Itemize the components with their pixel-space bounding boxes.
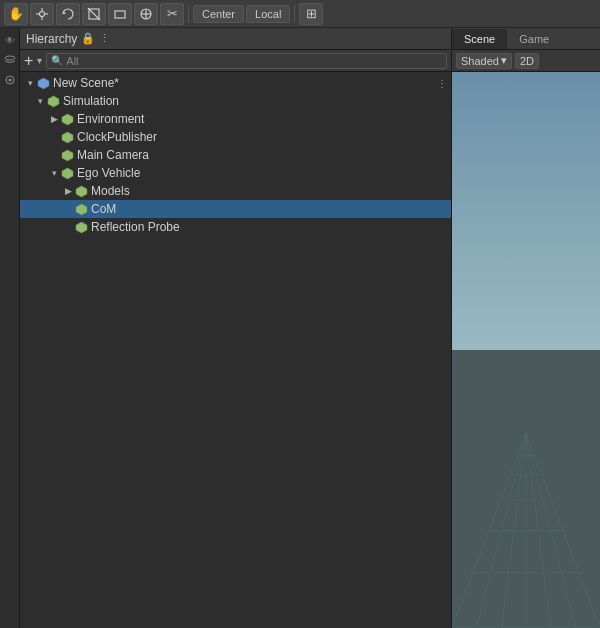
- arrow-ego-vehicle[interactable]: ▾: [48, 164, 60, 182]
- tree-item-models[interactable]: ▶ Models: [20, 182, 451, 200]
- tree-item-environment[interactable]: ▶ Environment: [20, 110, 451, 128]
- sep1: [188, 5, 189, 23]
- space-group: Local: [246, 5, 290, 23]
- shaded-label: Shaded: [461, 55, 499, 67]
- com-label: CoM: [91, 202, 116, 216]
- transform-tool-icon[interactable]: [134, 3, 158, 25]
- svg-point-13: [8, 79, 11, 82]
- filter-icon[interactable]: [2, 72, 18, 88]
- hand-tool-icon[interactable]: ✋: [4, 3, 28, 25]
- tree-item-new-scene[interactable]: ▾ New Scene* ⋮: [20, 74, 451, 92]
- ego-vehicle-icon: [60, 166, 74, 180]
- tree-item-main-camera[interactable]: ▶ Main Camera: [20, 146, 451, 164]
- scene-tabs: Scene Game: [452, 28, 600, 50]
- panels-row: 👁 Hierarchy 🔒 ⋮ + ▾ 🔍 Al: [0, 28, 600, 628]
- svg-marker-17: [62, 132, 73, 143]
- environment-icon: [60, 112, 74, 126]
- scene-toolbar: Shaded ▾ 2D: [452, 50, 600, 72]
- rect-tool-icon[interactable]: [108, 3, 132, 25]
- local-button[interactable]: Local: [247, 6, 289, 22]
- hierarchy-lock-icon[interactable]: 🔒: [81, 32, 95, 45]
- sep2: [294, 5, 295, 23]
- add-dropdown-arrow[interactable]: ▾: [37, 55, 42, 66]
- rotate-tool-icon[interactable]: [56, 3, 80, 25]
- scene-panel: Scene Game Shaded ▾ 2D: [452, 28, 600, 628]
- main-toolbar: ✋ ✂ Center: [0, 0, 600, 28]
- clock-publisher-label: ClockPublisher: [77, 130, 157, 144]
- tree-item-clock-publisher[interactable]: ▶ ClockPublisher: [20, 128, 451, 146]
- tree-item-simulation[interactable]: ▾ Simulation: [20, 92, 451, 110]
- pivot-group: Center: [193, 5, 244, 23]
- reflection-probe-label: Reflection Probe: [91, 220, 180, 234]
- hierarchy-tree: ▾ New Scene* ⋮ ▾ Simulation: [20, 72, 451, 628]
- svg-point-0: [40, 11, 45, 16]
- add-object-button[interactable]: +: [24, 53, 33, 69]
- svg-rect-7: [115, 11, 125, 18]
- shaded-dropdown-arrow: ▾: [501, 54, 507, 67]
- center-button[interactable]: Center: [194, 6, 243, 22]
- search-placeholder: All: [66, 55, 78, 67]
- hierarchy-title: Hierarchy: [26, 32, 77, 46]
- models-label: Models: [91, 184, 130, 198]
- layer-icon[interactable]: [2, 52, 18, 68]
- svg-marker-19: [62, 168, 73, 179]
- reflection-probe-icon: [74, 220, 88, 234]
- hierarchy-toolbar: + ▾ 🔍 All: [20, 50, 451, 72]
- environment-label: Environment: [77, 112, 144, 126]
- svg-marker-14: [38, 78, 49, 89]
- two-d-button[interactable]: 2D: [515, 53, 539, 69]
- svg-marker-22: [76, 222, 87, 233]
- hierarchy-header: Hierarchy 🔒 ⋮: [20, 28, 451, 50]
- svg-marker-20: [76, 186, 87, 197]
- hierarchy-more-icon[interactable]: ⋮: [99, 32, 110, 45]
- arrow-simulation[interactable]: ▾: [34, 92, 46, 110]
- scene-icon: [36, 76, 50, 90]
- svg-marker-21: [76, 204, 87, 215]
- arrow-environment[interactable]: ▶: [48, 110, 60, 128]
- arrow-new-scene[interactable]: ▾: [24, 74, 36, 92]
- arrow-models[interactable]: ▶: [62, 182, 74, 200]
- search-icon: 🔍: [51, 55, 63, 66]
- models-icon: [74, 184, 88, 198]
- grid-overlay: [452, 350, 600, 628]
- tree-item-com[interactable]: ▶ CoM: [20, 200, 451, 218]
- ego-vehicle-label: Ego Vehicle: [77, 166, 140, 180]
- left-icon-bar: 👁: [0, 28, 20, 628]
- sky-background: [452, 72, 600, 378]
- hierarchy-panel: Hierarchy 🔒 ⋮ + ▾ 🔍 All ▾: [20, 28, 452, 628]
- svg-marker-16: [62, 114, 73, 125]
- scene-viewport[interactable]: [452, 72, 600, 628]
- svg-marker-15: [48, 96, 59, 107]
- move-tool-icon[interactable]: [30, 3, 54, 25]
- search-box[interactable]: 🔍 All: [46, 53, 447, 69]
- visibility-icon[interactable]: 👁: [2, 32, 18, 48]
- custom-tool-icon[interactable]: ✂: [160, 3, 184, 25]
- tab-game[interactable]: Game: [507, 29, 561, 49]
- svg-point-11: [5, 56, 15, 60]
- tree-item-ego-vehicle[interactable]: ▾ Ego Vehicle: [20, 164, 451, 182]
- tab-scene[interactable]: Scene: [452, 29, 507, 49]
- main-camera-icon: [60, 148, 74, 162]
- grid-icon[interactable]: ⊞: [299, 3, 323, 25]
- svg-marker-18: [62, 150, 73, 161]
- shaded-dropdown[interactable]: Shaded ▾: [456, 53, 512, 69]
- main-camera-label: Main Camera: [77, 148, 149, 162]
- scale-tool-icon[interactable]: [82, 3, 106, 25]
- com-icon: [74, 202, 88, 216]
- svg-line-6: [88, 8, 100, 20]
- tree-item-reflection-probe[interactable]: ▶ Reflection Probe: [20, 218, 451, 236]
- clock-publisher-icon: [60, 130, 74, 144]
- new-scene-more[interactable]: ⋮: [437, 78, 447, 89]
- simulation-label: Simulation: [63, 94, 119, 108]
- simulation-icon: [46, 94, 60, 108]
- new-scene-label: New Scene*: [53, 76, 119, 90]
